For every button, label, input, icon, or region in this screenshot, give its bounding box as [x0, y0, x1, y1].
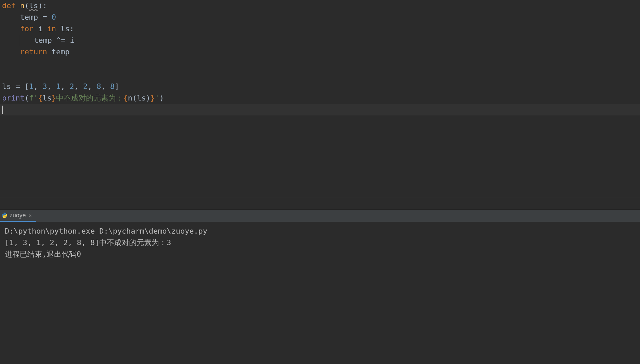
string-endquote: ' [155, 94, 159, 102]
comma: , [47, 82, 56, 91]
code-line[interactable] [0, 58, 640, 69]
code-line[interactable]: temp ^= i [0, 35, 640, 46]
run-console[interactable]: D:\python\python.exe D:\pycharm\demo\zuo… [0, 222, 640, 263]
paren-open: ( [24, 1, 29, 10]
paren-close: ) [146, 94, 150, 102]
comma: , [60, 82, 70, 91]
num: 8 [97, 82, 101, 91]
var-i: i [38, 24, 47, 33]
text-cursor [2, 106, 3, 114]
panel-divider[interactable] [0, 197, 640, 210]
code-line[interactable]: def n(ls): [0, 0, 640, 12]
code-line[interactable]: temp = 0 [0, 12, 640, 23]
num: 2 [83, 82, 88, 91]
paren-open: ( [132, 94, 137, 102]
code-line[interactable]: return temp [0, 46, 640, 58]
bracket-open: [ [24, 82, 29, 91]
colon: : [70, 24, 74, 33]
keyword-def: def [2, 1, 16, 10]
comma: , [74, 82, 83, 91]
console-line: 进程已结束,退出代码0 [2, 249, 638, 260]
keyword-in: in [47, 24, 60, 33]
python-icon [1, 212, 7, 218]
run-tab-label: zuoye [10, 212, 26, 219]
num: 1 [56, 82, 60, 91]
var-i: i [70, 36, 74, 44]
colon: : [42, 1, 47, 10]
brace-close: } [52, 94, 56, 102]
num: 1 [29, 82, 34, 91]
bracket-close: ] [115, 82, 119, 91]
var-ls: ls [137, 94, 146, 102]
code-line[interactable]: for i in ls: [0, 23, 640, 35]
code-line[interactable] [0, 69, 640, 81]
code-line-cursor[interactable] [0, 104, 640, 115]
builtin-print: print [2, 94, 24, 102]
keyword-for: for [20, 24, 38, 33]
op-eq: = [42, 13, 52, 21]
paren-open: ( [24, 94, 29, 102]
num-zero: 0 [52, 13, 56, 21]
console-line: [1, 3, 1, 2, 2, 8, 8]中不成对的元素为：3 [2, 237, 638, 249]
var-ls: ls [60, 24, 70, 33]
keyword-return: return [20, 48, 52, 56]
close-icon[interactable]: × [28, 212, 33, 219]
var-temp: temp [34, 36, 56, 44]
var-temp: temp [52, 48, 70, 56]
comma: , [88, 82, 97, 91]
var-temp: temp [20, 13, 42, 21]
brace-open: { [123, 94, 128, 102]
var-ls: ls [42, 94, 52, 102]
code-line[interactable]: print(f'{ls}中不成对的元素为：{n(ls)}') [0, 92, 640, 104]
paren-close: ) [159, 94, 164, 102]
op-xoreq: ^= [56, 36, 70, 44]
brace-close: } [150, 94, 155, 102]
paren-close: ) [38, 1, 42, 10]
num: 3 [42, 82, 47, 91]
code-editor[interactable]: def n(ls): temp = 0 for i in ls: temp ^=… [0, 0, 640, 197]
num: 2 [70, 82, 74, 91]
num: 8 [110, 82, 115, 91]
code-line[interactable]: ls = [1, 3, 1, 2, 2, 8, 8] [0, 81, 640, 92]
brace-open: { [38, 94, 42, 102]
fstring-prefix: f' [29, 94, 38, 102]
param-ls: ls [29, 1, 38, 10]
fn-call: n [128, 94, 132, 102]
run-tab-bar: zuoye × [0, 210, 640, 222]
op-eq: = [16, 82, 25, 91]
run-tab-zuoye[interactable]: zuoye × [0, 210, 36, 222]
comma: , [101, 82, 110, 91]
comma: , [34, 82, 43, 91]
function-name: n [20, 1, 24, 10]
var-ls: ls [2, 82, 16, 91]
console-line: D:\python\python.exe D:\pycharm\demo\zuo… [2, 225, 638, 237]
string-text: 中不成对的元素为： [56, 94, 123, 102]
